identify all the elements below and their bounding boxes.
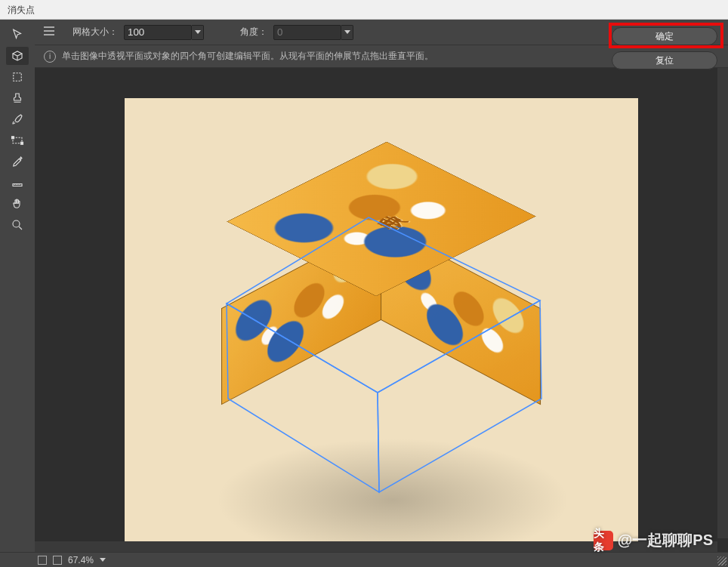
eyedropper-tool[interactable] xyxy=(6,153,29,171)
reset-button[interactable]: 复位 xyxy=(612,51,717,69)
brush-tool[interactable] xyxy=(6,110,29,128)
watermark-logo-icon: 头条 xyxy=(594,531,613,550)
marquee-tool[interactable] xyxy=(6,68,29,86)
statusbar: 67.4% xyxy=(0,552,728,567)
action-buttons: 确定 复位 xyxy=(612,27,717,69)
ok-button[interactable]: 确定 xyxy=(612,27,717,45)
canvas[interactable]: 中秋 xyxy=(125,98,638,547)
stamp-tool[interactable] xyxy=(6,89,29,107)
watermark: 头条 @一起聊聊PS xyxy=(594,530,713,550)
options-menu-icon[interactable] xyxy=(41,23,57,41)
angle-label: 角度： xyxy=(240,26,267,39)
svg-point-4 xyxy=(13,220,20,227)
info-hint: 单击图像中透视平面或对象的四个角可创建编辑平面。从现有平面的伸展节点拖出垂直平面… xyxy=(62,50,433,63)
main-container: 网格大小： 角度： i 单击图像中透视平面或对象的四个角可创建编辑平面。从现有平… xyxy=(0,20,728,552)
grid-size-label: 网格大小： xyxy=(72,26,118,39)
angle-input[interactable] xyxy=(273,25,341,40)
window-titlebar: 消失点 xyxy=(0,0,728,20)
hand-tool[interactable] xyxy=(6,195,29,213)
measure-tool[interactable] xyxy=(6,174,29,192)
vertical-scrollbar[interactable] xyxy=(717,68,728,538)
zoom-dropdown-icon[interactable] xyxy=(100,558,106,562)
window-title: 消失点 xyxy=(8,5,35,15)
watermark-text: @一起聊聊PS xyxy=(618,530,713,550)
view-mode-icon-1[interactable] xyxy=(38,556,47,565)
box-top-face: 中秋 xyxy=(227,141,536,296)
resize-grip-icon[interactable] xyxy=(717,556,726,565)
toolbox xyxy=(0,20,35,552)
angle-dropdown-icon[interactable] xyxy=(341,25,353,40)
info-icon: i xyxy=(44,51,56,63)
grid-size-input[interactable] xyxy=(124,25,192,40)
transform-tool[interactable] xyxy=(6,131,29,149)
zoom-tool[interactable] xyxy=(6,216,29,234)
view-mode-icon-2[interactable] xyxy=(53,556,62,565)
svg-rect-2 xyxy=(12,137,14,139)
svg-rect-3 xyxy=(21,142,23,144)
pointer-tool[interactable] xyxy=(6,26,29,44)
grid-size-dropdown-icon[interactable] xyxy=(192,25,204,40)
box-shadow xyxy=(215,438,570,547)
create-plane-tool[interactable] xyxy=(6,47,29,65)
svg-rect-0 xyxy=(14,73,22,82)
zoom-level[interactable]: 67.4% xyxy=(68,555,94,565)
canvas-area: 中秋 xyxy=(35,68,728,552)
right-pane: 网格大小： 角度： i 单击图像中透视平面或对象的四个角可创建编辑平面。从现有平… xyxy=(35,20,728,552)
